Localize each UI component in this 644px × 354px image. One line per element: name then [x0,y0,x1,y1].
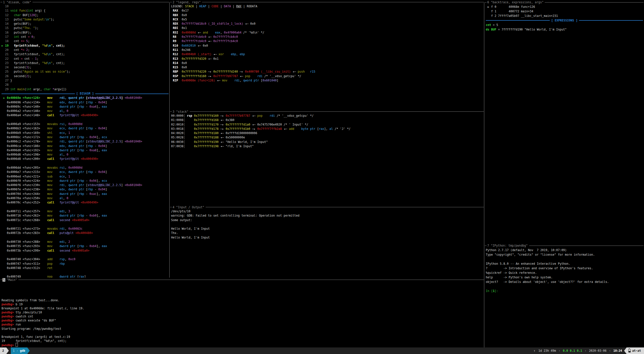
session-index-segment[interactable]: 2 [0,347,6,354]
pane-title-bar: 7"IPython: tmp/pwndbg" [484,243,644,248]
title-line [170,111,172,112]
terminal-line: 0x40071c <func+268> call second <0x4005a… [2,218,170,222]
terminal-line: 05:0028│ 0x7fffffffd188 ◂— 0x50000000e [171,135,484,140]
terminal-line: 0x4006f6 <func+230> mov rdi, qword ptr [… [2,183,170,187]
terminal-line [486,284,644,289]
powerline-arrow-icon [6,347,9,354]
powerline-arrow-icon [624,347,627,354]
uptime-text: 1d 23h 49m [538,349,556,352]
terminal-line [2,290,484,294]
terminal-line: object? -> Details about 'object', use '… [486,280,644,284]
terminal-line: pwndbg> cwatch cnt [2,314,484,318]
pane-disasm-code: 1"disasm, code" 10 11 void func(int arg)… [0,0,170,278]
terminal-line: R9 0x7ffff7fcb4c0 ◂— 0x7ffff7fcb4c0 [171,39,484,43]
gdb-console-content[interactable]: Reading symbols from test...done.pwndbg>… [0,282,484,347]
registers-content[interactable]: LEGEND: STACK | HEAP | CODE | DATA | RWX… [170,4,484,83]
terminal-line: 0x400749 nop dword ptr [rax] [2,275,170,278]
terminal-line: f 2 7ffff7a05b97 __libc_start_main+231 [486,14,644,18]
terminal-line [2,294,484,298]
terminal-line: RBP 0x7fffffffd220 —▸ 0x7fffffffd240 —▸ … [171,70,484,74]
terminal-line: 15 puts("Thx. "); [2,26,170,30]
pane-title: "Input / Output" [176,205,204,209]
disasm-code-content[interactable]: 10 11 void func(int arg) { 12 char BUF[1… [0,4,170,278]
pane-border-vertical-right[interactable] [484,2,484,347]
ipython-content[interactable]: Python 2.7.17 (default, Nov 7 2019, 10:0… [484,248,644,293]
terminal-line: 0x4006dd <func+205> movabs rsi, 0x40080d [2,166,170,170]
pane-title-bar: 2"legend, regs" [170,0,484,4]
terminal-line: RAX 0x17 [171,9,484,13]
terminal-line: 14 gets(BUF); [2,22,170,26]
terminal-line [171,222,484,227]
terminal-line: IPython 5.8.0 -- An enhanced Interactive… [486,261,644,266]
terminal-line: RDX 0x7ffff7dd18c0 (_IO_stdfile_1_lock) … [171,22,484,26]
terminal-line: RSP 0x7fffffffd160 —▸ 0x7ffff7b97787 ◂— … [171,74,484,78]
program-io-content[interactable]: /dev/pts/10warning: GDB: Failed to set c… [170,209,484,240]
load-average: 0.0 0.1 0.1 [563,349,582,352]
window-tab-gdb[interactable]: 1 › gdb [11,347,27,354]
terminal-line: R10 0x602010 ◂— 0x0 [171,44,484,48]
terminal-line: 0x40070c <func+252> call fprintf@plt <0x… [2,200,170,205]
terminal-line: 13 puts("Some output:\n"); [2,17,170,22]
window-number: 1 [13,347,15,354]
terminal-line: 0x4006c2 <func+178> mov rdi, qword ptr [… [2,139,170,144]
terminal-line: %quickref -> Quick reference. [486,271,644,275]
terminal-line: Breakpoint 1 at 0x40068e: file test.c, l… [2,306,484,310]
pane-stack: 3"stack" 00:0000│ rsp 0x7fffffffd160 —▸ … [170,109,484,205]
terminal-line: 27 } [2,78,170,83]
terminal-line: ► 0x40068e <func+126> mov rdi, qword ptr… [2,96,170,100]
terminal-line: R12 0x4004b0 (_start) ◂— xor ebp, ebp [171,52,484,56]
terminal-line: 0x400740 <func+304> add rsp, 0xc0 [2,257,170,261]
terminal-line: 0x4006e7 <func+215> mov ecx, dword ptr [… [2,170,170,174]
terminal-line [2,222,170,227]
title-line [529,246,643,246]
terminal-line: 0x4006b9 <func+169> shl ecx, 1 [2,131,170,135]
terminal-line: 03:0018│ 0x7fffffffd178 —▸ 0x7fffffffd1b… [171,127,484,131]
title-line [485,2,487,3]
terminal-line: R11 0x246 [171,48,484,52]
terminal-line: pwndbg> tty /dev/pts/10 [2,310,484,314]
terminal-line [2,235,170,240]
pane-input-output: 4"Input / Output" /dev/pts/10warning: GD… [170,205,484,278]
pane-legend-regs: 2"legend, regs" LEGEND: STACK | HEAP | C… [170,0,484,109]
hostname-text: at-at [632,349,641,352]
terminal-line: Hello World, I'm Input [171,235,484,240]
pane-number: 7 [487,244,490,247]
terminal-line: RDI 0x1 [171,26,484,30]
terminal-line: pwndbg> run [2,322,484,327]
terminal-line: 25 puts("Again as it was so nice"); [2,70,170,74]
terminal-line: 0x40073b <func+299> call second <0x4005a… [2,249,170,253]
section-separator-label: [ EXPRESSIONS ] [551,18,578,23]
terminal-line: Starting program: /tmp/pwndbg/test [2,327,484,331]
uptime-arrow-icon: ↑ [534,349,535,352]
pane-title-bar: 6"backtrace, expressions, args" [484,0,644,5]
terminal-line [2,118,170,122]
terminal-line: 22 cnt = cnt - 1; [2,57,170,61]
backtrace-content[interactable]: ► f 0 40068e func+126 f 1 400772 main+34… [484,5,644,32]
terminal-line: 06:0030│ 0x7fffffffd190 ◂— "Hello World,… [171,140,484,144]
terminal-line: RSI 0x40080d ◂— and eax, 0x4f000a64 /* '… [171,31,484,35]
terminal-line [2,161,170,166]
terminal-line: 0x4006d0 <func+192> mov dword ptr [rbp -… [2,148,170,153]
pane-number: 4 [172,205,175,209]
terminal-line: 0x40072b <func+283> call puts@plt <0x400… [2,231,170,235]
terminal-line: 01:0008│ 0x7fffffffd168 ◂— 0x380 [171,118,484,122]
terminal-line: 0x40069c <func+140> mov dword ptr [rbp -… [2,105,170,109]
terminal-line: 11 void func(int arg) { [2,9,170,13]
terminal-line: R14 0x0 [171,61,484,65]
pane-title: "disasm, code" [7,1,31,4]
title-line [545,2,643,3]
terminal-line: Thx. [171,231,484,235]
pane-title: "stack" [176,110,188,113]
chevron-separator-icon: ‹ [559,349,560,352]
window-name: gdb [20,347,25,354]
terminal-line: 0x4006a2 <func+146> mov al, 0 [2,109,170,113]
stack-content[interactable]: 00:0000│ rsp 0x7fffffffd160 —▸ 0x7ffff7b… [170,114,484,149]
pane-border-vertical-left[interactable] [169,2,170,278]
terminal-line: 0x400747 <func+311> pop rbp [2,262,170,266]
pane-title: "Main" [7,278,17,282]
pane-ipython: 7"IPython: tmp/pwndbg" Python 2.7.17 (de… [484,243,644,347]
terminal-line: 0x4006bc <func+172> mov dword ptr [rbp -… [2,135,170,139]
title-line [485,246,487,246]
terminal-line: /dev/pts/10 [171,209,484,214]
status-date: 2020-03-06 [589,349,606,352]
